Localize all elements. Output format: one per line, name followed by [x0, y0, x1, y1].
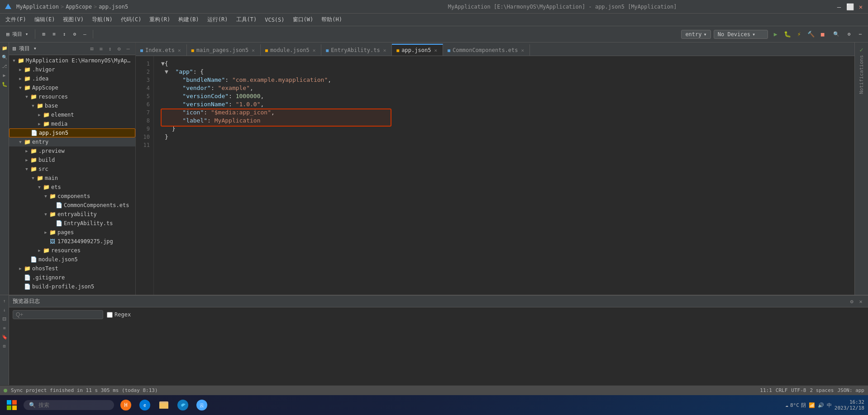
toolbar-more-btn[interactable]: ⋯ — [856, 30, 864, 38]
tree-item-hvigor[interactable]: ▶ 📁 .hvigor — [9, 65, 135, 74]
tree-item-resources[interactable]: ▼ 📁 resources — [9, 92, 135, 101]
tray-network-icon[interactable]: 📶 — [809, 402, 815, 408]
tree-item-base[interactable]: ▼ 📁 base — [9, 101, 135, 110]
menu-build[interactable]: 构建(B) — [175, 15, 203, 24]
taskbar-app-harmonyos[interactable]: H — [118, 397, 134, 413]
build-button[interactable]: 🔨 — [806, 29, 816, 39]
tab-main-pages-json[interactable]: ■ main_pages.json5 ✕ — [187, 44, 261, 56]
left-toolbar-project-icon[interactable]: 📁 — [1, 44, 8, 52]
menu-file[interactable]: 文件(F) — [2, 15, 30, 24]
tree-item-preview[interactable]: ▶ 📁 .preview — [9, 146, 135, 156]
collapse-arrow-1[interactable]: ▼ — [161, 60, 165, 68]
run-button[interactable]: ▶ — [771, 29, 781, 39]
status-line-ending[interactable]: CRLF — [776, 387, 788, 393]
status-position[interactable]: 11:1 — [760, 387, 772, 393]
left-toolbar-git-icon[interactable]: ⎇ — [1, 62, 8, 70]
bottom-panel-settings-btn[interactable]: ⚙ — [848, 298, 855, 305]
profile-button[interactable]: ⚡ — [794, 29, 804, 39]
tab-entryability-ts[interactable]: ■ EntryAbility.ts ✕ — [321, 44, 392, 56]
left-toolbar-search-icon[interactable]: 🔍 — [1, 53, 8, 61]
taskbar-search-bar[interactable]: 🔍 — [24, 400, 114, 410]
menu-refactor[interactable]: 重构(R) — [146, 15, 174, 24]
menu-view[interactable]: 视图(V) — [59, 15, 87, 24]
taskbar-search-input[interactable] — [38, 402, 93, 408]
tab-close-entryability-ts[interactable]: ✕ — [382, 47, 387, 54]
menu-vcs[interactable]: VCS(S) — [261, 16, 288, 24]
stop-button[interactable]: ■ — [818, 29, 828, 39]
sidebar-action-list[interactable]: ≡ — [97, 45, 105, 52]
toolbar-search-btn[interactable]: 🔍 — [830, 30, 842, 38]
collapse-arrow-2[interactable]: ▼ — [165, 68, 168, 76]
tree-item-ets[interactable]: ▼ 📁 ets — [9, 183, 135, 192]
tree-item-main[interactable]: ▼ 📁 main — [9, 174, 135, 183]
tab-app-json5[interactable]: ■ app.json5 ✕ — [392, 44, 443, 56]
tree-item-src[interactable]: ▼ 📁 src — [9, 165, 135, 174]
taskbar-clock[interactable]: 16:32 2023/12/18 — [835, 399, 864, 411]
menu-navigate[interactable]: 导航(N) — [88, 15, 116, 24]
tab-module-json5[interactable]: ■ module.json5 ✕ — [261, 44, 321, 56]
tree-item-ohostest[interactable]: ▶ 📁 ohosTest — [9, 264, 135, 273]
tab-close-commoncomponents-ets[interactable]: ✕ — [520, 47, 525, 54]
tray-volume-icon[interactable]: 🔊 — [818, 402, 824, 408]
tray-input-method[interactable]: 中 — [827, 402, 832, 409]
sidebar-action-settings[interactable]: ⚙ — [115, 45, 123, 52]
taskbar-app-files[interactable] — [156, 397, 172, 413]
toolbar-settings-icon[interactable]: ⚙ — [70, 30, 79, 38]
tree-item-build[interactable]: ▶ 📁 build — [9, 156, 135, 165]
tree-item-appscope[interactable]: ▼ 📁 AppScope — [9, 83, 135, 92]
breadcrumb-file[interactable]: app.json5 — [99, 4, 128, 10]
log-regex-label[interactable]: Regex — [107, 311, 131, 318]
tree-item-myapplication-root[interactable]: ▼ 📁 MyApplication E:\HarmonyOS\MyApplica… — [9, 56, 135, 65]
tab-index-ets[interactable]: ■ Index.ets ✕ — [136, 44, 187, 56]
status-indent[interactable]: 2 spaces — [810, 387, 834, 393]
toolbar-list-icon[interactable]: ≡ — [50, 30, 58, 38]
taskbar-app-harmonyos2[interactable]: 云 — [194, 397, 210, 413]
bottom-left-btn-structure[interactable]: ⊞ — [1, 342, 8, 349]
code-editor[interactable]: 1 2 3 4 5 6 7 8 9 10 11 ▼ { ▼ "app" — [136, 56, 854, 295]
log-regex-checkbox[interactable] — [107, 312, 113, 318]
tree-item-build-profile[interactable]: ▶ 📄 build-profile.json5 — [9, 282, 135, 291]
status-encoding[interactable]: UTF-8 — [791, 387, 806, 393]
tree-item-pages[interactable]: ▶ 📁 pages — [9, 228, 135, 237]
taskbar-start-button[interactable] — [4, 397, 20, 413]
toolbar-settings-btn[interactable]: ⚙ — [845, 30, 854, 38]
menu-window[interactable]: 窗口(W) — [289, 15, 317, 24]
tab-close-module-json5[interactable]: ✕ — [312, 47, 317, 54]
menu-run[interactable]: 运行(R) — [204, 15, 232, 24]
bottom-left-btn-2[interactable]: ↓ — [1, 306, 8, 313]
tree-item-element[interactable]: ▶ 📁 element — [9, 110, 135, 119]
bottom-panel-close-btn[interactable]: ✕ — [857, 298, 864, 305]
breadcrumb-scope[interactable]: AppScope — [66, 4, 92, 10]
tree-item-module-json5[interactable]: ▶ 📄 module.json5 — [9, 255, 135, 264]
left-toolbar-run-icon[interactable]: ▶ — [1, 71, 8, 79]
toolbar-sort-icon[interactable]: ↕ — [60, 30, 69, 38]
code-content[interactable]: ▼ { ▼ "app" : { "bundleName" : "com.exam… — [154, 56, 854, 295]
weather-widget[interactable]: ☁ 8°C 阴 — [785, 402, 806, 409]
close-button[interactable]: ✕ — [857, 3, 864, 10]
project-button[interactable]: ▤ 项目 ▾ — [4, 29, 31, 39]
tab-close-index-ets[interactable]: ✕ — [177, 47, 182, 54]
sidebar-action-minimize[interactable]: — — [124, 45, 132, 52]
sidebar-action-sync[interactable]: ⊞ — [88, 45, 95, 52]
entry-dropdown[interactable]: entry ▾ — [681, 30, 711, 39]
tree-item-gitignore[interactable]: ▶ 📄 .gitignore — [9, 273, 135, 282]
sidebar-action-sort[interactable]: ↕ — [106, 45, 114, 52]
toolbar-grid-icon[interactable]: ⊞ — [40, 30, 48, 38]
debug-button[interactable]: 🐛 — [782, 29, 792, 39]
log-filter-input[interactable] — [13, 310, 103, 319]
tree-item-media[interactable]: ▶ 📁 media — [9, 119, 135, 128]
menu-code[interactable]: 代码(C) — [117, 15, 145, 24]
bottom-left-btn-bookmarks[interactable]: 🔖 — [1, 333, 8, 340]
menu-edit[interactable]: 编辑(E) — [31, 15, 59, 24]
tree-item-idea[interactable]: ▶ 📁 .idea — [9, 74, 135, 83]
tree-item-jpg[interactable]: ▶ 🖼 1702344909275.jpg — [9, 237, 135, 246]
tab-commoncomponents-ets[interactable]: ■ CommonComponents.ets ✕ — [443, 44, 530, 56]
minimize-button[interactable]: — — [835, 3, 843, 10]
tree-item-app-json5[interactable]: ▶ 📄 app.json5 — [9, 128, 135, 137]
menu-tools[interactable]: 工具(T) — [233, 15, 261, 24]
bottom-left-btn-3[interactable]: ⊟ — [1, 315, 8, 322]
tree-item-resources-entry[interactable]: ▶ 📁 resources — [9, 246, 135, 255]
left-toolbar-debug-icon[interactable]: 🐛 — [1, 80, 8, 88]
taskbar-app-edge[interactable] — [175, 397, 191, 413]
menu-help[interactable]: 帮助(H) — [318, 15, 346, 24]
